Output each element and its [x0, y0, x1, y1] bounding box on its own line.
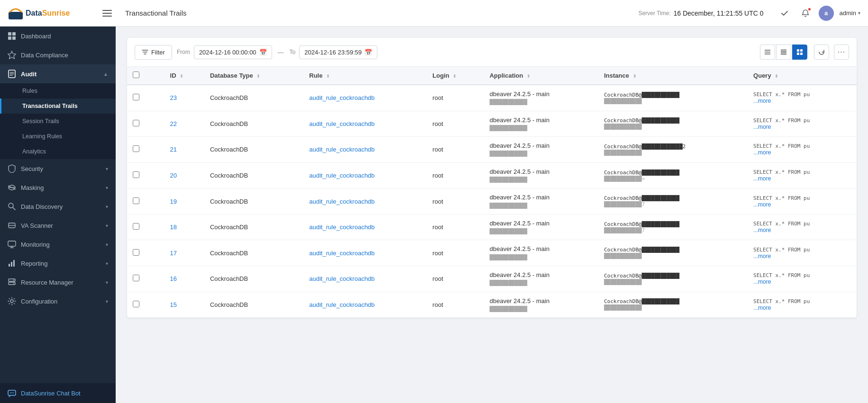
- row-id-link[interactable]: 23: [170, 94, 177, 101]
- query-more-link[interactable]: ...more: [753, 304, 851, 311]
- row-id-cell: 19: [164, 188, 204, 215]
- query-more-link[interactable]: ...more: [753, 149, 851, 156]
- sidebar-item-security[interactable]: Security ▾: [0, 159, 116, 178]
- sidebar-item-va-scanner[interactable]: VA Scanner ▾: [0, 216, 116, 235]
- more-options-button[interactable]: ···: [834, 45, 849, 60]
- inst-sub-text: ████████████>: [604, 176, 742, 182]
- col-db-type[interactable]: Database Type ⇕: [204, 67, 303, 85]
- date-range: From 2024-12-16 00:00:00 📅 — To 2024-12-…: [177, 45, 755, 59]
- row-checkbox[interactable]: [133, 249, 139, 256]
- filter-button[interactable]: Filter: [135, 45, 172, 60]
- row-checkbox[interactable]: [133, 223, 139, 230]
- sidebar-item-configuration[interactable]: Configuration ▾: [0, 292, 116, 311]
- row-checkbox[interactable]: [133, 145, 139, 152]
- sidebar-item-reporting[interactable]: Reporting ▾: [0, 254, 116, 273]
- sidebar-sub-learning-rules[interactable]: Learning Rules: [0, 129, 116, 144]
- sidebar-item-data-compliance[interactable]: Data Compliance: [0, 45, 116, 64]
- col-id[interactable]: ID ⇕: [164, 67, 204, 85]
- table-row: 23 CockroachDB audit_rule_cockroachdb ro…: [127, 85, 857, 111]
- row-rule-link[interactable]: audit_rule_cockroachdb: [309, 250, 375, 257]
- server-time-value: 16 December, 11:21:55 UTC 0: [674, 9, 764, 17]
- row-rule-cell: audit_rule_cockroachdb: [303, 240, 427, 266]
- sidebar-sub-transactional-trails[interactable]: Transactional Trails: [0, 99, 116, 114]
- row-id-link[interactable]: 21: [170, 146, 177, 153]
- query-more-link[interactable]: ...more: [753, 175, 851, 182]
- to-date-value: 2024-12-16 23:59:59: [304, 49, 362, 56]
- sidebar: Dashboard Data Compliance Audit ▲ Rules …: [0, 27, 116, 403]
- row-id-link[interactable]: 22: [170, 120, 177, 127]
- row-id-link[interactable]: 20: [170, 172, 177, 179]
- col-login[interactable]: Login ⇕: [427, 67, 484, 85]
- row-db-type-cell: CockroachDB: [204, 214, 303, 240]
- date-dash: —: [276, 49, 286, 56]
- view-table-button[interactable]: [792, 45, 807, 60]
- row-rule-link[interactable]: audit_rule_cockroachdb: [309, 120, 375, 127]
- to-date-input[interactable]: 2024-12-16 23:59:59 📅: [299, 45, 377, 59]
- table-row: 15 CockroachDB audit_rule_cockroachdb ro…: [127, 292, 857, 318]
- row-rule-link[interactable]: audit_rule_cockroachdb: [309, 301, 375, 308]
- view-list-button[interactable]: [776, 45, 791, 60]
- sidebar-label-security: Security: [21, 165, 101, 172]
- row-id-link[interactable]: 16: [170, 275, 177, 282]
- user-menu[interactable]: admin ▾: [840, 9, 860, 17]
- sidebar-sub-analytics[interactable]: Analytics: [0, 144, 116, 159]
- row-rule-link[interactable]: audit_rule_cockroachdb: [309, 94, 375, 101]
- col-instance[interactable]: Instance ⇕: [598, 67, 748, 85]
- row-checkbox[interactable]: [133, 197, 139, 204]
- row-id-link[interactable]: 15: [170, 301, 177, 308]
- table-body: 23 CockroachDB audit_rule_cockroachdb ro…: [127, 85, 857, 318]
- row-query-cell: SELECT x.* FROM pu ...more: [748, 111, 857, 137]
- query-more-link[interactable]: ...more: [753, 278, 851, 285]
- sidebar-item-monitoring[interactable]: Monitoring ▾: [0, 235, 116, 254]
- select-all-checkbox[interactable]: [133, 72, 139, 78]
- sidebar-item-audit[interactable]: Audit ▲: [0, 64, 116, 83]
- query-more-link[interactable]: ...more: [753, 124, 851, 130]
- row-checkbox[interactable]: [133, 171, 139, 178]
- row-rule-link[interactable]: audit_rule_cockroachdb: [309, 172, 375, 179]
- menu-toggle-button[interactable]: [99, 5, 116, 22]
- row-rule-link[interactable]: audit_rule_cockroachdb: [309, 275, 375, 282]
- row-db-type-cell: CockroachDB: [204, 111, 303, 137]
- sidebar-item-dashboard[interactable]: Dashboard: [0, 27, 116, 45]
- checkmark-button[interactable]: [777, 6, 792, 21]
- query-text: SELECT x.* FROM pu: [753, 143, 851, 149]
- from-date-input[interactable]: 2024-12-16 00:00:00 📅: [194, 45, 272, 59]
- sidebar-item-masking[interactable]: Masking ▾: [0, 178, 116, 197]
- row-id-link[interactable]: 19: [170, 198, 177, 205]
- sidebar-sub-rules[interactable]: Rules: [0, 83, 116, 99]
- row-checkbox[interactable]: [133, 120, 139, 126]
- query-text: SELECT x.* FROM pu: [753, 272, 851, 278]
- svg-line-11: [13, 207, 15, 210]
- sidebar-item-resource-manager[interactable]: Resource Manager ▾: [0, 273, 116, 292]
- view-compact-button[interactable]: [760, 45, 775, 60]
- query-more-link[interactable]: ...more: [753, 227, 851, 233]
- row-id-link[interactable]: 17: [170, 250, 177, 257]
- row-rule-link[interactable]: audit_rule_cockroachdb: [309, 146, 375, 153]
- notification-button[interactable]: [798, 6, 813, 21]
- row-checkbox-cell: [127, 162, 146, 188]
- row-checkbox[interactable]: [133, 275, 139, 281]
- sidebar-sub-session-trails[interactable]: Session Trails: [0, 114, 116, 129]
- sidebar-item-data-discovery[interactable]: Data Discovery ▾: [0, 197, 116, 216]
- user-avatar[interactable]: a: [819, 6, 834, 21]
- col-application[interactable]: Application ⇕: [484, 67, 598, 85]
- file-icon: [8, 70, 16, 78]
- row-checkbox[interactable]: [133, 301, 139, 307]
- chatbot-button[interactable]: DataSunrise Chat Bot: [0, 383, 116, 403]
- inst-sort-icon: ⇕: [633, 74, 637, 79]
- row-id-link[interactable]: 18: [170, 224, 177, 231]
- col-rule[interactable]: Rule ⇕: [303, 67, 427, 85]
- row-app-cell: dbeaver 24.2.5 - main ████████████: [484, 111, 598, 137]
- row-rule-link[interactable]: audit_rule_cockroachdb: [309, 224, 375, 231]
- row-rule-link[interactable]: audit_rule_cockroachdb: [309, 198, 375, 205]
- col-query[interactable]: Query ⇕: [748, 67, 857, 85]
- row-checkbox[interactable]: [133, 94, 139, 100]
- query-more-link[interactable]: ...more: [753, 201, 851, 208]
- row-rule-cell: audit_rule_cockroachdb: [303, 214, 427, 240]
- refresh-button[interactable]: [814, 45, 829, 60]
- app-main-text: dbeaver 24.2.5 - main: [490, 193, 593, 202]
- query-more-link[interactable]: ...more: [753, 98, 851, 104]
- row-checkbox-cell: [127, 188, 146, 215]
- query-more-link[interactable]: ...more: [753, 253, 851, 260]
- sidebar-label-audit: Audit: [21, 71, 99, 78]
